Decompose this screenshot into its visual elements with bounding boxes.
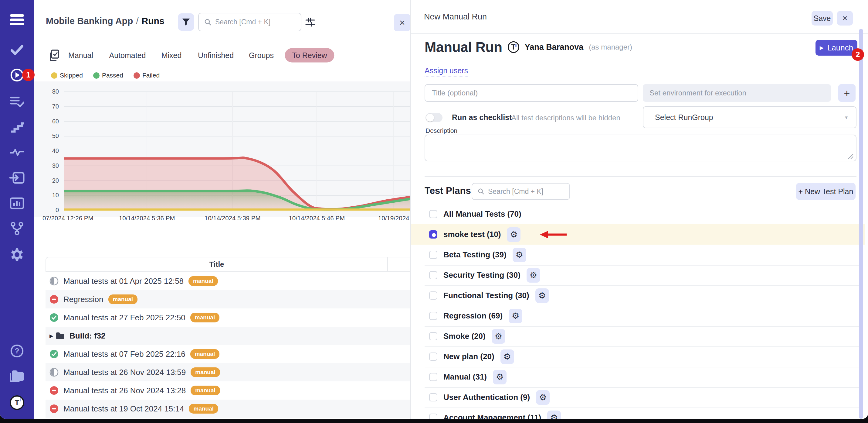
plan-label: smoke test (10) [443,230,501,239]
table-row[interactable]: Manual tests at 07 Feb 2025 22:16 manual [45,345,411,363]
table-header: Title [45,257,411,272]
plan-settings-gear-icon[interactable]: ⚙ [509,309,522,323]
test-plan-row-new-plan-20-[interactable]: New plan (20) ⚙ [411,346,865,367]
y-tick-label: 70 [37,103,59,110]
plan-checkbox[interactable] [429,352,437,361]
tab-groups[interactable]: Groups [249,51,274,60]
runs-search-input[interactable] [215,18,301,26]
manual-badge: manual [189,404,218,414]
steps-icon[interactable] [0,117,34,138]
plan-settings-gear-icon[interactable]: ⚙ [535,288,549,303]
plan-checkbox[interactable] [429,291,437,300]
run-as-checklist-toggle[interactable] [426,113,442,122]
plan-settings-gear-icon[interactable]: ⚙ [493,370,506,385]
tab-manual[interactable]: Manual [68,51,93,60]
tab-automated[interactable]: Automated [109,51,146,60]
table-row[interactable]: Manual tests at 26 Nov 2024 13:59 manual [45,363,411,382]
table-row[interactable]: Manual tests at 26 Nov 2024 13:28 manual [45,382,411,400]
new-test-plan-button[interactable]: + New Test Plan [796,183,856,200]
test-plan-row-manual-31-[interactable]: Manual (31) ⚙ [411,367,865,387]
import-icon[interactable] [0,167,34,189]
plan-settings-gear-icon[interactable]: ⚙ [492,329,505,344]
plan-checkbox[interactable] [429,312,437,320]
breadcrumb-project[interactable]: Mobile Banking App [46,16,133,26]
logo-letter: T [15,398,20,407]
plan-settings-gear-icon[interactable]: ⚙ [507,227,521,242]
save-button[interactable]: Save [811,11,833,26]
plan-label: Account Management (11) [443,413,541,419]
description-textarea[interactable] [425,135,857,161]
test-plans-search-input[interactable] [488,187,569,196]
plan-settings-gear-icon[interactable]: ⚙ [527,268,540,283]
filter-button[interactable] [178,13,194,31]
checkmark-icon[interactable] [0,39,34,61]
panel-title: New Manual Run [424,0,487,33]
plan-label: User Authentication (9) [443,393,530,402]
expand-caret-icon[interactable]: ▸ [50,332,53,339]
table-row[interactable]: ▸ Build: f32 [45,327,411,345]
status-failed-icon [50,386,59,395]
run-title-input[interactable] [425,84,638,102]
y-tick-label: 10 [37,192,59,199]
test-plan-row-regression-69-[interactable]: Regression (69) ⚙ [411,306,865,326]
projects-folder-icon[interactable] [0,366,34,388]
test-plan-row-functional-testing-30-[interactable]: Functional Testing (30) ⚙ [411,285,865,306]
test-plan-row-all-manual-tests-70-[interactable]: All Manual Tests (70) [411,204,865,224]
test-plan-row-account-management-11-[interactable]: Account Management (11) ⚙ [411,407,865,419]
y-tick-label: 50 [37,133,59,139]
run-title: Manual tests at 01 Apr 2025 12:58 [63,277,184,286]
runs-panel: Mobile Banking App/Runs × ManualAutomate… [34,0,411,419]
help-icon[interactable]: ? [0,340,34,362]
x-tick-label: 10/14/2024 5:36 PM [119,215,175,222]
plan-checkbox[interactable] [429,210,437,218]
scrollbar-thumb[interactable] [859,29,863,419]
tab-to-review[interactable]: To Review [285,48,334,63]
rungroup-select[interactable]: Select RunGroup ▼ [643,106,857,128]
plan-settings-gear-icon[interactable]: ⚙ [547,411,561,419]
test-plan-row-user-authentication-9-[interactable]: User Authentication (9) ⚙ [411,387,865,407]
plan-settings-gear-icon[interactable]: ⚙ [536,390,550,405]
run-title: Manual tests at 27 Feb 2025 22:50 [63,313,185,322]
manager-avatar[interactable]: T [508,41,519,53]
plan-checkbox[interactable] [429,393,437,401]
tab-mixed[interactable]: Mixed [161,51,182,60]
breadcrumb-separator: / [133,16,142,26]
column-title[interactable]: Title [46,257,387,271]
test-plan-row-security-testing-30-[interactable]: Security Testing (30) ⚙ [411,265,865,285]
runs-tabs: ManualAutomatedMixedUnfinishedGroupsTo R… [34,46,410,65]
table-row[interactable]: Manual tests at 01 Apr 2025 12:58 manual [45,272,411,290]
checklist-icon[interactable] [0,91,34,112]
settings-gear-icon[interactable] [0,244,34,265]
test-plan-row-smoke-test-10-[interactable]: smoke test (10) ⚙ [411,224,865,245]
run-title: Manual tests at 26 Nov 2024 13:28 [63,386,186,395]
account-avatar-logo[interactable]: T [0,392,34,413]
environment-input[interactable] [643,84,831,102]
assign-users-link[interactable]: Assign users [425,66,468,77]
hamburger-menu-icon[interactable] [0,9,34,30]
close-button[interactable]: × [837,11,853,26]
table-row[interactable]: Manual tests at 27 Feb 2025 22:50 manual [45,308,411,327]
column-settings-icon[interactable] [305,17,315,27]
plan-checkbox[interactable] [429,414,437,419]
plan-checkbox[interactable] [429,373,437,381]
panel-close-button[interactable]: × [394,14,410,31]
sidebar: ? T [0,0,34,419]
pulse-icon[interactable] [0,142,34,163]
test-plan-row-beta-testing-39-[interactable]: Beta Testing (39) ⚙ [411,245,865,265]
tab-unfinished[interactable]: Unfinished [198,51,234,60]
branches-icon[interactable] [0,218,34,239]
plan-settings-gear-icon[interactable]: ⚙ [500,349,514,364]
plan-checkbox[interactable] [429,230,437,238]
test-plan-row-smoke-20-[interactable]: Smoke (20) ⚙ [411,326,865,346]
plan-settings-gear-icon[interactable]: ⚙ [513,248,526,262]
launch-button[interactable]: ▶ Launch [815,40,857,56]
add-environment-button[interactable]: + [838,84,856,102]
reports-icon[interactable] [0,193,34,214]
bulk-select-icon[interactable] [49,49,60,63]
table-row[interactable]: Manual tests at 19 Oct 2024 15:14 manual [45,400,411,418]
plan-checkbox[interactable] [429,251,437,259]
table-row[interactable]: Regression manual [45,290,411,308]
plan-checkbox[interactable] [429,271,437,279]
plan-checkbox[interactable] [429,332,437,340]
search-icon [204,19,212,26]
